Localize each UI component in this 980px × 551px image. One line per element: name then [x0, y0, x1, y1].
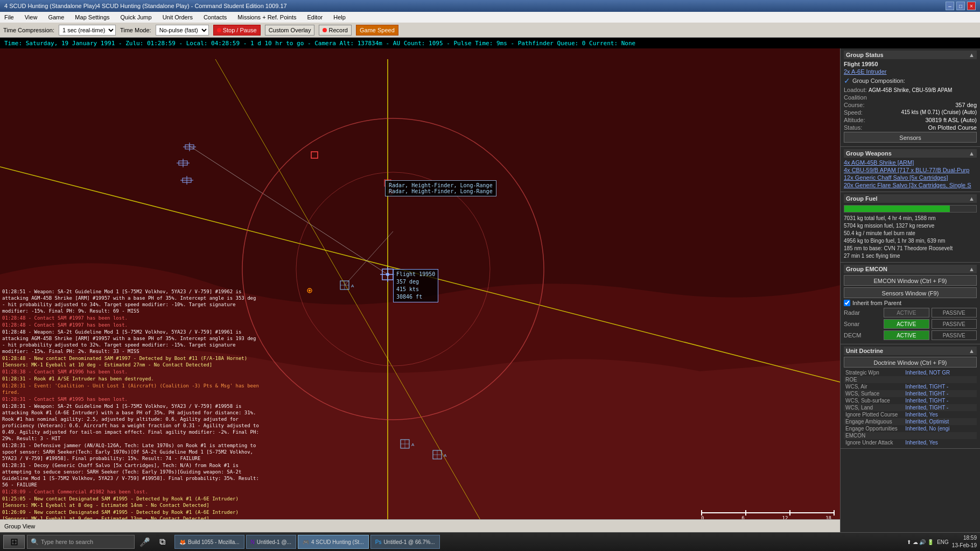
map-svg: 2 A A [0, 48, 840, 538]
sensors-button[interactable]: Sensors [844, 132, 977, 143]
taskbar-app-onenote[interactable]: N Untitled-1 @... [246, 535, 296, 549]
wcs-subsurface-value: Inherited, TIGHT - [904, 397, 977, 404]
minimize-button[interactable]: – [946, 2, 954, 10]
status-row: Status: On Plotted Course [844, 124, 977, 131]
menu-item-file[interactable]: File [2, 14, 16, 20]
wcs-land-label: WCS, Land [844, 404, 904, 411]
menu-item-unitorders[interactable]: Unit Orders [160, 14, 195, 20]
strategic-wpn-value: Inherited, NOT GR [904, 369, 977, 376]
start-button[interactable]: ⊞ [3, 535, 25, 549]
svg-text:A: A [444, 453, 447, 458]
radar-tooltip: Radar, Height-Finder, Long-Range Radar, … [385, 180, 496, 196]
time-mode-select[interactable]: No-pulse (fast) [156, 25, 209, 36]
close-button[interactable]: × [967, 2, 976, 10]
taskbar: ⊞ 🔍 Type here to search 🎤 ⧉ 🦊 Build 1055… [0, 532, 980, 551]
flight-link[interactable]: 2x A-6E Intruder [844, 68, 887, 75]
weapon2-link[interactable]: 4x CBU-59/B APAM [717 x BLU-77/B Dual-Pu… [844, 167, 977, 173]
weapon4-link[interactable]: 20x Generic Flare Salvo [3x Cartridges, … [844, 182, 977, 188]
scud-label: 4 SCUD Hunting (St... [311, 539, 364, 545]
fuel-bingo: 4956 kg to Bingo fuel, 1 hr 38 min, 639 … [844, 237, 977, 245]
radar-emcon-row: Radar ACTIVE PASSIVE [844, 308, 977, 317]
radar-active-button[interactable]: ACTIVE [884, 308, 929, 317]
svg-point-38 [309, 289, 311, 292]
taskbar-clock: 18:59 13-Feb-19 [952, 534, 977, 549]
statusbar: Group View [0, 519, 840, 532]
log-entry: 01:28:31 - Rook #1 A/SE Intruder has bee… [2, 376, 262, 382]
svg-rect-21 [384, 180, 391, 186]
svg-line-5 [345, 231, 393, 285]
group-fuel-collapse[interactable]: ▲ [969, 195, 975, 202]
menu-item-missions+ref.points[interactable]: Missions + Ref. Points [235, 14, 298, 20]
engage-opp-value: Inherited, No (engi [904, 425, 977, 432]
doctrine-window-button[interactable]: Doctrine Window (Ctrl + F9) [844, 357, 977, 368]
fuel-burn: 50.4 kg / minute fuel burn rate [844, 230, 977, 237]
taskbar-app-scud[interactable]: 🎮 4 SCUD Hunting (St... [298, 535, 369, 549]
stop-icon [217, 28, 221, 32]
wcs-subsurface-label: WCS, Sub-surface [844, 397, 904, 404]
scud-icon: 🎮 [303, 539, 309, 545]
menu-item-mapsettings[interactable]: Map Settings [73, 14, 111, 20]
log-entry: 01:28:48 - Contact SAM #1997 has been lo… [2, 315, 262, 321]
unit-doctrine-collapse[interactable]: ▲ [969, 348, 975, 354]
radar-passive-button[interactable]: PASSIVE [932, 308, 977, 317]
taskbar-app-photoshop[interactable]: Ps Untitled-1 @ 66.7%... [370, 535, 440, 549]
taskbar-search[interactable]: 🔍 Type here to search [27, 535, 135, 549]
svg-rect-24 [311, 152, 318, 158]
roe-label: ROE [844, 376, 904, 383]
taskbar-tray: ⬆ ☁ 🔊 🔋 ENG 18:59 13-Feb-19 [907, 534, 977, 549]
custom-overlay-button[interactable]: Custom Overlay [265, 25, 315, 36]
menu-item-editor[interactable]: Editor [305, 14, 325, 20]
sensors-window-button[interactable]: Sensors Window (F9) [844, 287, 977, 298]
weapon1-link[interactable]: 4x AGM-45B Shrike [ARM] [844, 159, 977, 166]
taskview-icon[interactable]: ⧉ [154, 535, 170, 549]
group-status-collapse[interactable]: ▲ [969, 52, 975, 58]
log-entry: 01:28:31 - Contact SAM #1995 has been lo… [2, 396, 262, 402]
log-entry: 01:28:31 - Weapon: SA-2t Guideline Mod 1… [2, 403, 262, 442]
title-text: 4 SCUD Hunting (Standalone Play)4 SCUD H… [4, 3, 287, 9]
maximize-button[interactable]: □ [956, 2, 965, 10]
start-icon: ⊞ [10, 536, 18, 548]
titlebar-controls: – □ × [946, 2, 976, 10]
svg-point-37 [307, 288, 312, 293]
inherit-parent-checkbox[interactable] [844, 300, 850, 306]
group-weapons-collapse[interactable]: ▲ [969, 150, 975, 157]
decm-active-button[interactable]: ACTIVE [884, 330, 929, 340]
menu-item-view[interactable]: View [23, 14, 40, 20]
weapon3-link[interactable]: 12x Generic Chaff Salvo [5x Cartridges] [844, 174, 977, 181]
fuel-mission: 5704 kg mission fuel, 1327 kg reserve [844, 222, 977, 230]
cortana-icon[interactable]: 🎤 [137, 535, 153, 549]
flight-course: 357 deg [396, 278, 435, 286]
sonar-active-button[interactable]: ACTIVE [884, 319, 929, 329]
ignore-plotted-label: Ignore Plotted Course [844, 411, 904, 418]
speed-row: Speed: 415 kts (M 0.71) (Cruise) (Auto) [844, 109, 977, 116]
record-icon [323, 28, 327, 32]
map-area[interactable]: 2 A A [0, 48, 840, 538]
time-compression-select[interactable]: 1 sec (real-time) [59, 25, 116, 36]
svg-rect-17 [382, 269, 393, 280]
log-entry: 01:28:48 - New contact Denominated SAM #… [2, 355, 262, 368]
log-entry: 01:25:05 - New contact Designated SAM #1… [2, 496, 262, 508]
menu-item-game[interactable]: Game [46, 14, 66, 20]
record-button[interactable]: Record [319, 25, 351, 36]
svg-line-4 [188, 145, 388, 274]
emcon2-label: EMCON [844, 432, 904, 439]
svg-text:A: A [411, 442, 415, 447]
svg-line-3 [215, 59, 485, 527]
decm-passive-button[interactable]: PASSIVE [932, 330, 977, 340]
emcon-window-button[interactable]: EMCON Window (Ctrl + F9) [844, 275, 977, 286]
engage-opp-label: Engage Opportunities [844, 425, 904, 432]
taskbar-app-firefox[interactable]: 🦊 Build 1055 - Mozilla... [174, 535, 244, 549]
menu-item-quickjump[interactable]: Quick Jump [118, 14, 154, 20]
check-icon: ✓ [844, 76, 850, 85]
group-emcon-section: Group EMCON ▲ EMCON Window (Ctrl + F9) S… [841, 263, 980, 344]
stop-pause-button[interactable]: Stop / Pause [213, 25, 261, 36]
flight-alt: 30846 ft [396, 293, 435, 301]
sonar-passive-button[interactable]: PASSIVE [932, 319, 977, 329]
svg-rect-29 [401, 440, 409, 448]
game-speed-button[interactable]: Game Speed [356, 25, 398, 36]
group-emcon-collapse[interactable]: ▲ [969, 266, 975, 272]
menu-item-contacts[interactable]: Contacts [201, 14, 229, 20]
map-canvas[interactable]: 2 A A [0, 48, 840, 538]
ps-icon: Ps [375, 539, 382, 545]
menu-item-help[interactable]: Help [331, 14, 348, 20]
